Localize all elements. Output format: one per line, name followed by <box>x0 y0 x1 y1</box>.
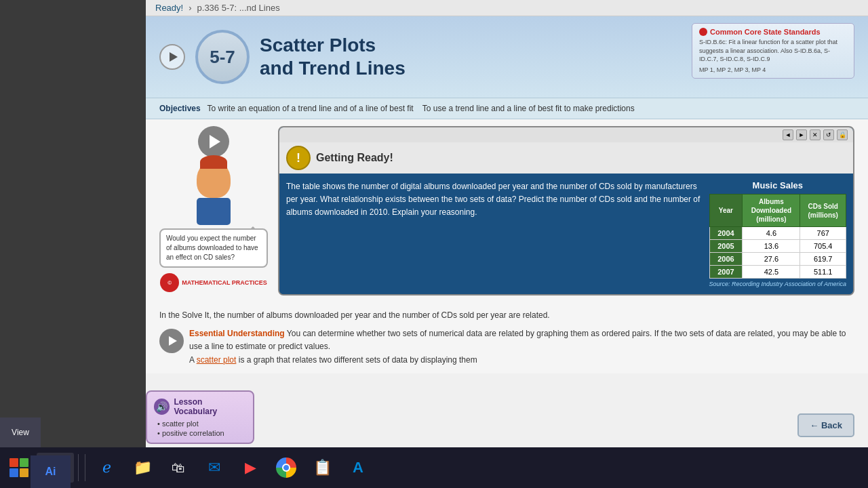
taskbar-divider-2 <box>85 454 85 481</box>
cell-cds: 767 <box>800 227 846 240</box>
character-play-button[interactable] <box>198 126 229 157</box>
breadcrumb: Ready! › p.336 5-7: ...nd Lines <box>146 0 868 16</box>
bottom-text: In the Solve It, the number of albums do… <box>146 302 868 373</box>
vocab-item: • positive correlation <box>157 429 246 437</box>
titlebar-lock-btn[interactable]: 🔒 <box>837 129 848 140</box>
standards-dot-icon <box>699 28 707 36</box>
scatter-plot-link: scatter plot <box>197 355 237 365</box>
solve-it-titlebar: ◄ ► ✕ ↺ 🔒 <box>279 127 853 142</box>
standards-mp: MP 1, MP 2, MP 3, MP 4 <box>699 66 847 75</box>
cell-cds: 619.7 <box>800 253 846 266</box>
header-play-button[interactable] <box>159 44 185 70</box>
vocab-items: • scatter plot• positive correlation <box>154 420 246 437</box>
eu-label: Essential Understanding <box>189 329 285 338</box>
data-table: Year Albums Downloaded (millions) CDs So… <box>709 194 846 279</box>
cell-year: 2006 <box>709 253 743 266</box>
table-source: Source: Recording Industry Association o… <box>709 281 846 287</box>
solve-it-title: Getting Ready! <box>316 152 393 164</box>
file-explorer-icon: 📁 <box>132 457 153 479</box>
chrome-icon <box>276 458 296 478</box>
view-button[interactable]: View <box>0 418 41 447</box>
objective-1: To write an equation of a trend line and… <box>208 104 414 113</box>
character-figure <box>197 161 231 225</box>
taskbar-media[interactable]: ▶ <box>233 449 267 486</box>
vocab-speaker-icon: 🔊 <box>154 399 170 415</box>
music-sales-table: Music Sales Year Albums Downloaded (mill… <box>709 180 846 287</box>
taskbar-sticky[interactable]: 📋 <box>305 449 339 486</box>
cell-albums: 27.6 <box>743 253 800 266</box>
breadcrumb-separator: › <box>189 3 191 13</box>
standards-content: S-ID.B.6c: Fit a linear function for a s… <box>699 38 847 64</box>
objective-2: To use a trend line and a line of best f… <box>422 104 635 113</box>
left-sidebar <box>0 0 146 447</box>
table-row: 2006 27.6 619.7 <box>709 253 846 266</box>
taskbar-file-explorer[interactable]: 📁 <box>125 449 159 486</box>
azure-icon: A <box>347 457 369 479</box>
eu-text-block: Essential Understanding You can determin… <box>189 327 854 367</box>
music-sales-title: Music Sales <box>709 180 846 190</box>
lesson-body: Would you expect the number of albums do… <box>146 119 868 302</box>
eu-content: You can determine whether two sets of nu… <box>189 329 846 351</box>
col-albums: Albums Downloaded (millions) <box>743 195 800 227</box>
solve-it-icon: ! <box>286 146 311 170</box>
objectives-bar: Objectives To write an equation of a tre… <box>146 98 868 119</box>
taskbar-divider-1 <box>78 454 79 481</box>
character-hair <box>200 155 227 169</box>
sticky-notes-icon: 📋 <box>311 457 333 479</box>
breadcrumb-ready[interactable]: Ready! <box>155 3 183 13</box>
character-head <box>197 161 231 198</box>
math-practices-icon: © <box>160 273 179 292</box>
cell-cds: 511.1 <box>800 266 846 279</box>
cell-albums: 13.6 <box>743 240 800 253</box>
lesson-number: 5-7 <box>195 30 250 84</box>
solve-it-panel: ◄ ► ✕ ↺ 🔒 ! Getting Ready! The table sho… <box>278 126 854 296</box>
internet-explorer-icon: ℯ <box>96 457 117 479</box>
essential-understanding: Essential Understanding You can determin… <box>159 327 854 367</box>
taskbar-chrome[interactable] <box>269 449 303 486</box>
lesson-header: 5-7 Scatter Plots and Trend Lines Common… <box>146 16 868 98</box>
character-torso <box>197 198 231 225</box>
scatter-plot-rest: is a graph that relates two different se… <box>239 355 477 365</box>
cell-year: 2007 <box>709 266 743 279</box>
solve-it-reference: In the Solve It, the number of albums do… <box>159 309 854 322</box>
standards-box: Common Core State Standards S-ID.B.6c: F… <box>692 23 854 79</box>
taskbar-mail[interactable]: ✉ <box>197 449 231 486</box>
table-row: 2005 13.6 705.4 <box>709 240 846 253</box>
math-practices-label: MATHEMATICAL PRACTICES <box>182 279 267 286</box>
vocab-panel: 🔊 Lesson Vocabulary • scatter plot• posi… <box>146 390 254 444</box>
mail-icon: ✉ <box>203 457 225 479</box>
solve-it-body: The table shows the number of digital al… <box>279 174 853 294</box>
vocab-title: Lesson Vocabulary <box>174 397 246 416</box>
cell-year: 2005 <box>709 240 743 253</box>
store-icon: 🛍 <box>167 457 189 479</box>
ai-taskbar-item[interactable]: Ai <box>31 455 71 488</box>
speech-bubble: Would you expect the number of albums do… <box>159 228 268 268</box>
titlebar-refresh-btn[interactable]: ↺ <box>823 129 834 140</box>
cell-albums: 4.6 <box>743 227 800 240</box>
solve-it-header: ! Getting Ready! <box>279 142 853 174</box>
breadcrumb-page: p.336 5-7: ...nd Lines <box>197 3 280 13</box>
main-content: Ready! › p.336 5-7: ...nd Lines 5-7 Scat… <box>146 0 868 447</box>
titlebar-close-btn[interactable]: ✕ <box>810 129 821 140</box>
taskbar-store[interactable]: 🛍 <box>161 449 195 486</box>
standards-title: Common Core State Standards <box>699 28 847 36</box>
taskbar-azure[interactable]: A <box>341 449 375 486</box>
character-panel: Would you expect the number of albums do… <box>159 126 268 296</box>
taskbar-ie[interactable]: ℯ <box>90 449 123 486</box>
objectives-label: Objectives <box>159 104 201 113</box>
titlebar-controls: ◄ ► ✕ ↺ 🔒 <box>783 129 848 140</box>
eu-play-button[interactable] <box>159 329 184 353</box>
titlebar-forward-btn[interactable]: ► <box>796 129 807 140</box>
cell-albums: 42.5 <box>743 266 800 279</box>
col-cds: CDs Sold (millions) <box>800 195 846 227</box>
col-year: Year <box>709 195 743 227</box>
view-label: View <box>12 428 29 437</box>
scatter-plot-intro: A <box>189 355 197 365</box>
titlebar-back-btn[interactable]: ◄ <box>783 129 793 140</box>
media-player-icon: ▶ <box>239 457 261 479</box>
back-button[interactable]: ← Back <box>797 413 854 437</box>
cell-year: 2004 <box>709 227 743 240</box>
vocab-header: 🔊 Lesson Vocabulary <box>154 397 246 416</box>
table-row: 2004 4.6 767 <box>709 227 846 240</box>
cell-cds: 705.4 <box>800 240 846 253</box>
